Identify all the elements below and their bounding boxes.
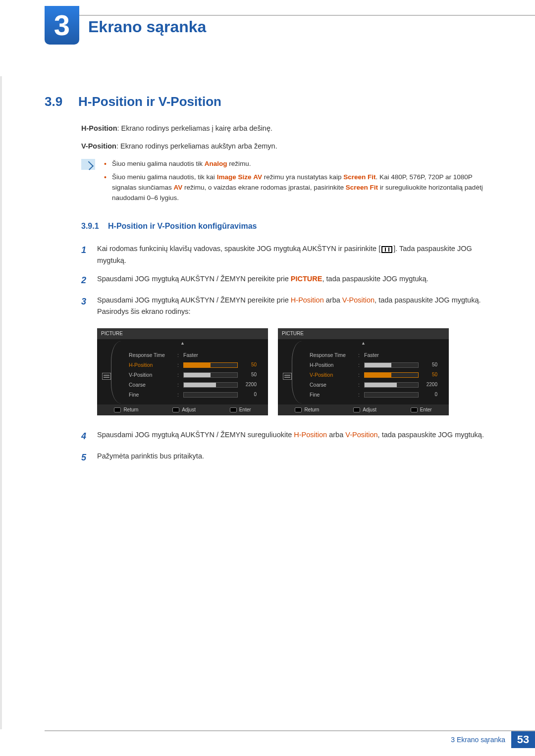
step-number: 1: [81, 243, 89, 266]
footer-page-number: 53: [511, 731, 535, 748]
adjust-icon: [353, 407, 360, 412]
menu-icon: [102, 373, 111, 380]
osd-row-label: Coarse: [129, 381, 174, 389]
osd-row-label: V-Position: [129, 371, 174, 379]
osd-adjust-hint: Adjust: [353, 406, 376, 414]
osd-row: Coarse :2200: [129, 380, 263, 390]
osd-up-arrow: ▲: [97, 339, 268, 347]
osd-row: Response Time :Faster: [310, 350, 444, 360]
step-item: 5 Pažymėta parinktis bus pritaikyta.: [81, 451, 495, 465]
step-text: Spausdami JOG mygtuką AUKŠTYN / ŽEMYN su…: [97, 429, 484, 444]
osd-row-label: Fine: [310, 391, 355, 399]
osd-row-label: Response Time: [129, 351, 174, 359]
step-number: 5: [81, 451, 89, 465]
osd-adjust-hint: Adjust: [172, 406, 196, 414]
enter-icon: [411, 407, 418, 412]
subsection-heading: 3.9.1H-Position ir V-Position konfigūrav…: [81, 220, 495, 233]
osd-up-arrow: ▲: [278, 339, 449, 347]
page-footer: 3 Ekrano sąranka 53: [45, 730, 535, 748]
step-number: 4: [81, 429, 89, 444]
osd-row: V-Position :50: [129, 370, 263, 380]
osd-row-label: Fine: [129, 391, 174, 399]
note-list: Šiuo meniu galima naudotis tik Analog re…: [104, 159, 495, 206]
menu-icon: [381, 246, 392, 253]
steps-list: 1 Kai rodomas funkcinių klavišų vadovas,…: [81, 243, 495, 464]
osd-row-label: H-Position: [129, 361, 174, 369]
step-text: Spausdami JOG mygtuką AUKŠTYN / ŽEMYN pe…: [97, 295, 495, 317]
osd-enter-hint: Enter: [411, 406, 432, 414]
osd-screenshot-pair: PICTURE ▲ Response Time :Faster H-Positi…: [97, 328, 449, 415]
step-item: 2 Spausdami JOG mygtuką AUKŠTYN / ŽEMYN …: [81, 273, 495, 288]
osd-row-label: Coarse: [310, 381, 355, 389]
return-icon: [114, 407, 121, 412]
osd-row: V-Position :50: [310, 370, 444, 380]
vposition-description: V-Position: Ekrano rodinys perkeliamas a…: [81, 141, 495, 151]
osd-panel-vposition: PICTURE ▲ Response Time :Faster H-Positi…: [278, 328, 449, 415]
osd-title: PICTURE: [97, 328, 268, 339]
vposition-label: V-Position: [81, 142, 116, 150]
left-margin-rule: [0, 76, 2, 729]
chapter-number-badge: 3: [45, 6, 79, 45]
step-number: 3: [81, 295, 89, 317]
osd-title: PICTURE: [278, 328, 449, 339]
hposition-description: H-Position: Ekrano rodinys perkeliamas į…: [81, 123, 495, 134]
footer-chapter-ref: 3 Ekrano sąranka: [451, 736, 511, 744]
osd-row-label: Response Time: [310, 351, 355, 359]
step-text: Pažymėta parinktis bus pritaikyta.: [97, 451, 204, 465]
top-rule: [79, 15, 535, 16]
menu-icon: [283, 373, 292, 380]
enter-icon: [230, 407, 237, 412]
osd-enter-hint: Enter: [230, 406, 251, 414]
note-item: Šiuo meniu galima naudotis, tik kai Imag…: [104, 172, 495, 203]
subsection-title: H-Position ir V-Position konfigūravimas: [108, 222, 257, 230]
section-title: H-Position ir V-Position: [78, 94, 221, 109]
step-text: Kai rodomas funkcinių klavišų vadovas, s…: [97, 243, 495, 266]
note-block: Šiuo meniu galima naudotis tik Analog re…: [81, 159, 495, 206]
osd-row-label: V-Position: [310, 371, 355, 379]
osd-footer: Return Adjust Enter: [278, 404, 449, 415]
step-item: 4 Spausdami JOG mygtuką AUKŠTYN / ŽEMYN …: [81, 429, 495, 444]
osd-row: Coarse :2200: [310, 380, 444, 390]
section-heading: 3.9H-Position ir V-Position: [45, 94, 221, 109]
osd-row-label: H-Position: [310, 361, 355, 369]
step-text: Spausdami JOG mygtuką AUKŠTYN / ŽEMYN pe…: [97, 273, 428, 288]
osd-row: H-Position :50: [310, 360, 444, 370]
osd-row: Fine :0: [310, 390, 444, 400]
step-number: 2: [81, 273, 89, 288]
hposition-label: H-Position: [81, 124, 117, 132]
adjust-icon: [172, 407, 179, 412]
chapter-title: Ekrano sąranka: [88, 18, 206, 36]
osd-return-hint: Return: [114, 406, 138, 414]
subsection-number: 3.9.1: [81, 220, 108, 233]
step-item: 3 Spausdami JOG mygtuką AUKŠTYN / ŽEMYN …: [81, 295, 495, 317]
osd-panel-hposition: PICTURE ▲ Response Time :Faster H-Positi…: [97, 328, 268, 415]
step-item: . PICTURE ▲ Response Time :Faster H-Posi…: [81, 324, 495, 422]
osd-row: H-Position :50: [129, 360, 263, 370]
osd-footer: Return Adjust Enter: [97, 404, 268, 415]
note-icon: [81, 159, 95, 170]
step-item: 1 Kai rodomas funkcinių klavišų vadovas,…: [81, 243, 495, 266]
osd-row: Fine :0: [129, 390, 263, 400]
return-icon: [295, 407, 302, 412]
osd-row: Response Time :Faster: [129, 350, 263, 360]
section-number: 3.9: [45, 94, 78, 109]
osd-return-hint: Return: [295, 406, 319, 414]
note-item: Šiuo meniu galima naudotis tik Analog re…: [104, 159, 495, 169]
